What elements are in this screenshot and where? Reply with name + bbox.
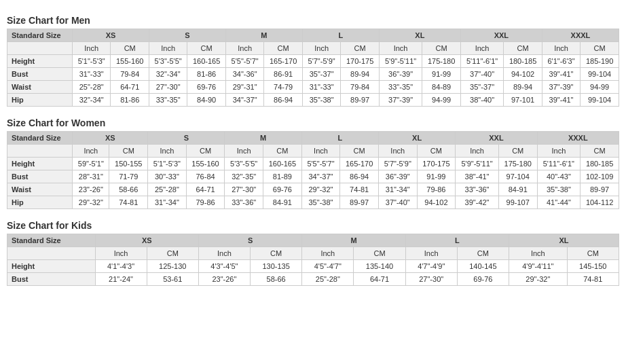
row-cell: 99-104	[581, 68, 619, 81]
row-cell: 32"-35"	[225, 170, 263, 183]
row-cell: 79-84	[111, 68, 149, 81]
row-cell: 5'1"-5'3"	[148, 158, 187, 170]
table-row: Height4'1"-4'3"125-1304'3"-4'5"130-1354'…	[7, 260, 619, 273]
row-cell: 170-175	[417, 158, 456, 170]
kids-sub-inch-4: Inch	[405, 247, 457, 260]
women-sub-cm-1: CM	[109, 145, 148, 158]
women-sub-cm-4: CM	[340, 145, 379, 158]
row-cell: 5'9"-5'11"	[456, 158, 499, 170]
men-xl: XL	[379, 29, 460, 42]
kids-tbody: Height4'1"-4'3"125-1304'3"-4'5"130-1354'…	[7, 260, 619, 286]
men-sub-cm-6: CM	[504, 42, 542, 55]
men-header-row: Standard Size XS S M L XL XXL XXXL	[7, 29, 619, 42]
row-cell: 35"-38"	[302, 94, 340, 107]
table-row: Bust31"-33"79-8432"-34"81-8634"-36"86-91…	[7, 68, 619, 81]
row-cell: 31"-34"	[148, 196, 187, 209]
row-cell: 64-71	[111, 81, 149, 94]
kids-sub-cm-5: CM	[567, 247, 619, 260]
row-cell: 180-185	[504, 55, 542, 68]
row-cell: 35"-38"	[301, 196, 340, 209]
kids-sub-empty	[7, 247, 96, 260]
row-cell: 84-91	[498, 183, 537, 196]
women-table: Standard Size XS S M L XL XXL XXXL Inch …	[7, 131, 619, 209]
men-xxxl: XXXL	[542, 29, 619, 42]
row-cell: 89-94	[341, 68, 380, 81]
kids-header-row: Standard Size XS S M L XL	[7, 234, 619, 247]
row-cell: 5'9"-5'11"	[379, 55, 422, 68]
row-cell: 71-79	[109, 170, 148, 183]
row-cell: 140-145	[457, 260, 509, 273]
women-std-size: Standard Size	[7, 132, 73, 145]
row-cell: 58-66	[109, 183, 148, 196]
row-cell: 86-94	[264, 94, 303, 107]
table-row: Hip32"-34"81-8633"-35"84-9034"-37"86-943…	[7, 94, 619, 107]
row-label: Height	[7, 158, 73, 170]
row-cell: 130-135	[250, 260, 301, 273]
row-cell: 94-99	[422, 94, 461, 107]
row-cell: 39"-41"	[542, 94, 580, 107]
row-cell: 37"-40"	[379, 196, 418, 209]
row-cell: 81-86	[111, 94, 149, 107]
row-cell: 155-160	[186, 158, 225, 170]
row-cell: 39"-41"	[542, 68, 580, 81]
row-cell: 94-102	[417, 196, 456, 209]
row-cell: 97-101	[504, 94, 542, 107]
row-cell: 5'11"-6'1"	[460, 55, 503, 68]
kids-s: S	[198, 234, 301, 247]
row-cell: 150-155	[109, 158, 148, 170]
row-label: Bust	[7, 273, 96, 286]
row-cell: 5'7"-5'9"	[302, 55, 340, 68]
row-cell: 64-71	[186, 183, 225, 196]
row-cell: 185-190	[581, 55, 619, 68]
women-header-row: Standard Size XS S M L XL XXL XXXL	[7, 132, 619, 145]
women-sub-inch-1: Inch	[73, 145, 109, 158]
row-cell: 94-99	[581, 81, 619, 94]
row-cell: 33"-36"	[456, 183, 499, 196]
men-sub-cm-7: CM	[581, 42, 619, 55]
women-section: Size Chart for Women Standard Size XS S …	[7, 117, 619, 209]
women-m: M	[225, 132, 301, 145]
women-sub-inch-6: Inch	[456, 145, 499, 158]
row-cell: 32"-34"	[73, 94, 111, 107]
table-row: Waist25"-28"64-7127"-30"69-7629"-31"74-7…	[7, 81, 619, 94]
table-row: Height59"-5'1"150-1555'1"-5'3"155-1605'3…	[7, 158, 619, 170]
men-l: L	[302, 29, 379, 42]
row-cell: 160-165	[187, 55, 226, 68]
row-label: Height	[7, 260, 96, 273]
men-section: Size Chart for Men Standard Size XS S M …	[7, 15, 619, 107]
women-xl: XL	[379, 132, 456, 145]
women-xxxl: XXXL	[537, 132, 619, 145]
row-label: Bust	[7, 68, 73, 81]
row-cell: 84-89	[422, 81, 461, 94]
men-table: Standard Size XS S M L XL XXL XXXL Inch …	[7, 29, 619, 107]
row-label: Hip	[7, 196, 73, 209]
kids-std-size: Standard Size	[7, 234, 96, 247]
women-xxl: XXL	[456, 132, 537, 145]
row-cell: 25"-28"	[302, 273, 354, 286]
row-cell: 76-84	[186, 170, 225, 183]
women-tbody: Height59"-5'1"150-1555'1"-5'3"155-1605'3…	[7, 158, 619, 209]
kids-xl: XL	[509, 234, 619, 247]
row-cell: 69-76	[263, 183, 301, 196]
men-sub-inch-7: Inch	[542, 42, 580, 55]
row-cell: 165-170	[340, 158, 379, 170]
row-cell: 99-107	[498, 196, 537, 209]
women-sub-inch-4: Inch	[301, 145, 340, 158]
row-cell: 170-175	[341, 55, 380, 68]
row-cell: 40"-43"	[537, 170, 581, 183]
row-cell: 23"-26"	[198, 273, 250, 286]
kids-sub-inch-1: Inch	[95, 247, 147, 260]
women-sub-inch-5: Inch	[379, 145, 418, 158]
kids-sub-inch-2: Inch	[198, 247, 250, 260]
row-cell: 29"-32"	[301, 183, 340, 196]
row-cell: 35"-37"	[460, 81, 503, 94]
row-cell: 33"-36"	[225, 196, 263, 209]
kids-sub-cm-2: CM	[250, 247, 301, 260]
men-s: S	[149, 29, 226, 42]
row-cell: 86-91	[264, 68, 303, 81]
men-sub-empty	[7, 42, 73, 55]
men-title: Size Chart for Men	[7, 15, 619, 26]
row-cell: 5'1"-5'3"	[73, 55, 111, 68]
men-sub-cm-5: CM	[422, 42, 461, 55]
women-sub-inch-7: Inch	[537, 145, 581, 158]
